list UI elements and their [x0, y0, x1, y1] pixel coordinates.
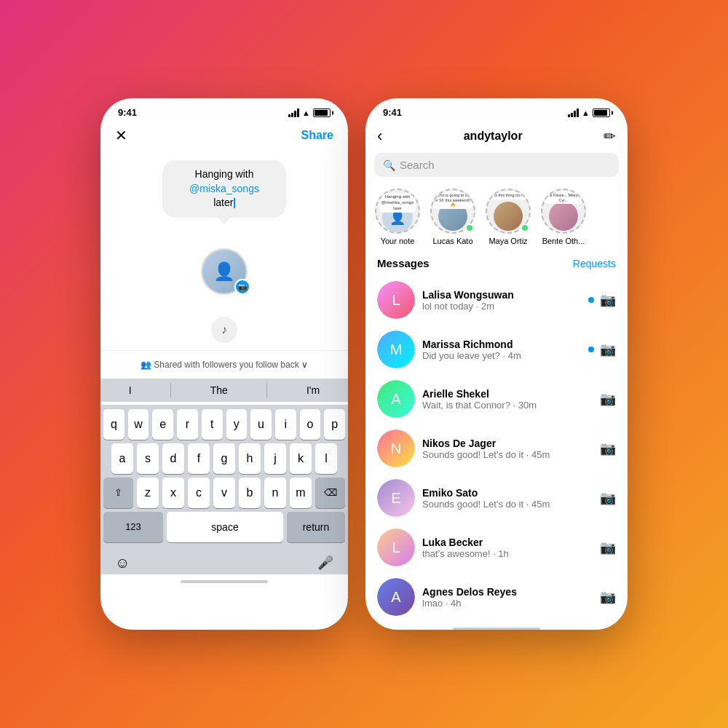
story-label-maya: Maya Ortiz	[488, 237, 527, 245]
key-h[interactable]: h	[239, 443, 261, 474]
messages-header: Messages Requests	[365, 253, 628, 275]
key-shift[interactable]: ⇧	[103, 478, 133, 508]
stories-row: Hanging with @mishka_songs later 👤 Your …	[365, 184, 628, 253]
camera-icon-emiko[interactable]: 📷	[600, 490, 616, 506]
key-m[interactable]: m	[290, 478, 312, 508]
message-item-arielle[interactable]: A Arielle Shekel Wait, is that Connor? ·…	[365, 374, 628, 424]
wifi-icon-right: ▲	[582, 108, 590, 117]
camera-icon-luka[interactable]: 📷	[600, 539, 616, 555]
key-o[interactable]: o	[300, 409, 321, 440]
key-d[interactable]: d	[162, 443, 184, 474]
message-item-emiko[interactable]: E Emiko Sato Sounds good! Let's do it · …	[365, 473, 628, 523]
status-icons-right: ▲	[568, 108, 610, 117]
close-button[interactable]: ✕	[115, 127, 127, 144]
msg-avatar-image-emiko: E	[377, 479, 415, 517]
edit-button[interactable]: ✏	[604, 127, 616, 145]
key-v[interactable]: v	[213, 478, 235, 508]
msg-content-arielle: Arielle Shekel Wait, is that Connor? · 3…	[422, 388, 593, 411]
lucas-avatar-wrap: Who is going to be in SF this weekend? 🔥	[430, 189, 475, 234]
search-icon: 🔍	[383, 159, 395, 171]
suggestion-1[interactable]: I	[123, 383, 138, 397]
key-a[interactable]: a	[111, 443, 133, 474]
key-e[interactable]: e	[152, 409, 173, 440]
message-list: L Lalisa Wongsuwan lol not today · 2m 📷 …	[365, 275, 628, 622]
key-delete[interactable]: ⌫	[315, 478, 345, 508]
signal-icon-right	[568, 108, 579, 117]
key-z[interactable]: z	[137, 478, 159, 508]
key-t[interactable]: t	[202, 409, 223, 440]
key-n[interactable]: n	[264, 478, 286, 508]
key-w[interactable]: w	[128, 409, 149, 440]
story-maya-ortiz[interactable]: Is this thing on? Maya Ortiz	[485, 189, 531, 245]
share-button[interactable]: Share	[301, 129, 333, 142]
key-f[interactable]: f	[188, 443, 210, 474]
camera-badge-icon: 📷	[234, 279, 250, 295]
msg-preview-lalisa: lol not today · 2m	[422, 301, 581, 312]
left-phone: 9:41 ▲ ✕ Share Hanging with @miska_songs…	[100, 98, 348, 630]
key-y[interactable]: y	[226, 409, 248, 440]
msg-preview-luka: that's awesome! · 1h	[422, 548, 593, 559]
online-dot-lucas	[465, 223, 474, 232]
requests-link[interactable]: Requests	[573, 258, 616, 269]
key-b[interactable]: b	[239, 478, 261, 508]
key-p[interactable]: p	[324, 409, 345, 440]
right-header: ‹ andytaylor ✏	[365, 121, 628, 153]
search-bar[interactable]: 🔍 Search	[374, 153, 619, 177]
camera-icon-lalisa[interactable]: 📷	[600, 292, 616, 308]
camera-icon-marissa[interactable]: 📷	[600, 341, 616, 357]
story-label-your-note: Your note	[381, 237, 415, 245]
status-bar-right: 9:41 ▲	[365, 98, 628, 121]
msg-preview-marissa: Did you leave yet? · 4m	[422, 350, 581, 361]
shared-with-text: Shared with followers you follow back	[154, 360, 298, 370]
msg-right-agnes: 📷	[600, 589, 616, 605]
msg-avatar-arielle: A	[377, 380, 415, 418]
story-label-bente: Bente Oth...	[542, 237, 585, 245]
camera-icon-arielle[interactable]: 📷	[600, 391, 616, 407]
username-title: andytaylor	[464, 130, 523, 143]
unread-dot-marissa	[588, 347, 594, 352]
story-your-note[interactable]: Hanging with @mishka_songs later 👤 Your …	[374, 189, 421, 245]
suggestion-2[interactable]: The	[205, 383, 234, 397]
key-k[interactable]: k	[290, 443, 312, 474]
key-g[interactable]: g	[213, 443, 235, 474]
message-item-luka[interactable]: L Luka Becker that's awesome! · 1h 📷	[365, 523, 628, 572]
message-item-agnes[interactable]: A Agnes Delos Reyes lmao · 4h 📷	[365, 572, 628, 622]
home-bar	[181, 580, 268, 583]
key-123[interactable]: 123	[103, 512, 163, 542]
online-dot-maya	[521, 223, 529, 232]
msg-content-luka: Luka Becker that's awesome! · 1h	[422, 537, 593, 559]
emoji-icon[interactable]: ☺	[115, 555, 130, 571]
key-c[interactable]: c	[188, 478, 210, 508]
bente-avatar-wrap: lil Flowe... Miley Cyr...	[541, 189, 586, 234]
key-q[interactable]: q	[103, 409, 124, 440]
msg-avatar-image-lalisa: L	[377, 281, 415, 319]
keyboard-row-3: ⇧ z x c v b n m ⌫	[103, 478, 345, 508]
key-i[interactable]: i	[275, 409, 296, 440]
message-item-lalisa[interactable]: L Lalisa Wongsuwan lol not today · 2m 📷	[365, 275, 628, 325]
search-input[interactable]: Search	[400, 159, 435, 171]
message-item-marissa[interactable]: M Marissa Richmond Did you leave yet? · …	[365, 325, 628, 374]
camera-icon-agnes[interactable]: 📷	[600, 589, 616, 605]
battery-icon	[313, 108, 331, 117]
msg-name-emiko: Emiko Sato	[422, 487, 593, 499]
key-x[interactable]: x	[162, 478, 184, 508]
key-return[interactable]: return	[287, 512, 345, 542]
story-lucas-kato[interactable]: Who is going to be in SF this weekend? 🔥…	[430, 189, 476, 245]
message-item-nikos[interactable]: N Nikos De Jager Sounds good! Let's do i…	[365, 424, 628, 473]
story-bente[interactable]: lil Flowe... Miley Cyr... Bente Oth...	[540, 189, 587, 245]
unread-dot-lalisa	[588, 297, 594, 303]
key-space[interactable]: space	[167, 512, 283, 542]
camera-icon-nikos[interactable]: 📷	[600, 440, 616, 456]
battery-icon-right	[593, 108, 610, 117]
suggestion-3[interactable]: I'm	[301, 383, 325, 397]
status-icons-left: ▲	[288, 108, 331, 117]
right-phone: 9:41 ▲ ‹ andytaylor ✏ 🔍 Search Hanging w…	[365, 98, 628, 630]
microphone-icon[interactable]: 🎤	[317, 555, 333, 571]
key-l[interactable]: l	[315, 443, 337, 474]
key-u[interactable]: u	[250, 409, 272, 440]
key-r[interactable]: r	[177, 409, 198, 440]
key-j[interactable]: j	[264, 443, 286, 474]
key-s[interactable]: s	[137, 443, 159, 474]
shared-with-bar[interactable]: 👥 Shared with followers you follow back …	[100, 350, 348, 379]
back-button[interactable]: ‹	[377, 127, 382, 146]
